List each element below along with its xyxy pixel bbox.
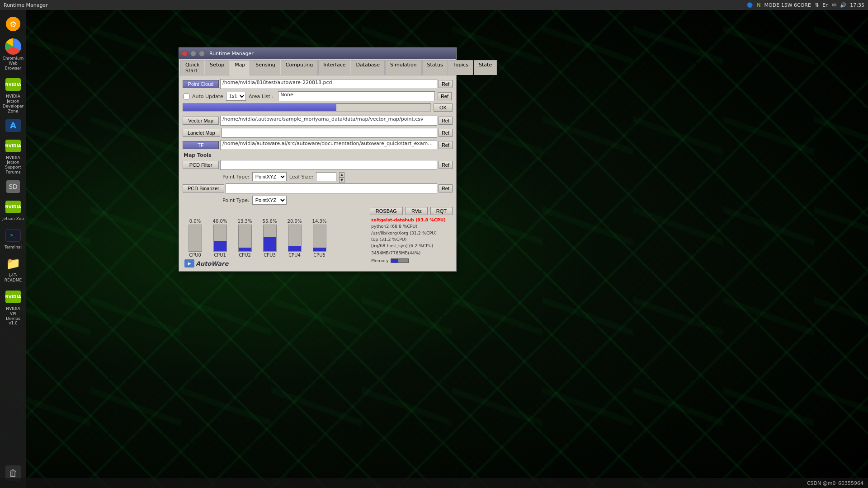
pcd-filter-button[interactable]: PCD Filter: [183, 161, 219, 169]
pcd-binarizer-row: PCD Binarizer Ref: [183, 183, 453, 193]
autoware-logo-text: AutoWare: [196, 260, 228, 267]
cpu-bar-wrap-3: 55.6%CPU3: [257, 219, 282, 258]
tf-row: TF /home/nvidia/autoware.ai/src/autoware…: [183, 140, 453, 150]
memory-bar: [391, 258, 409, 263]
pcd-filter-point-type-select[interactable]: PointXYZ PointXYZI: [252, 172, 287, 181]
cpu-percent-2: 13.3%: [238, 219, 252, 224]
sidebar-item-terminal[interactable]: >_ Terminal: [1, 225, 25, 252]
ok-button[interactable]: OK: [434, 103, 453, 112]
sidebar-item-sd[interactable]: SD: [1, 178, 25, 195]
tab-simulation[interactable]: Simulation: [385, 60, 422, 75]
tf-ref-button[interactable]: Ref: [439, 141, 453, 149]
pcd-binarizer-path[interactable]: [226, 183, 437, 193]
sidebar-item-jetson-dev[interactable]: NVIDIA NVIDIA Jetson Developer Zone: [1, 74, 25, 115]
topbar-icon-indicator: 🔵: [747, 2, 753, 8]
point-cloud-path[interactable]: /home/nvidia/818test/autoware-220818.pcd: [220, 79, 437, 89]
area-list-ref-button[interactable]: Ref: [438, 92, 452, 100]
lanelet-map-button[interactable]: Lanelet Map: [183, 129, 220, 137]
autoware-logo-box: ▶: [184, 259, 194, 267]
cpu-bars: 0.0%CPU040.0%CPU113.3%CPU255.6%CPU320.0%…: [183, 219, 332, 258]
cpu-info-panel: zeitgeist-datahub (93.8 %CPU) python2 (6…: [371, 217, 453, 264]
point-cloud-ref-button[interactable]: Ref: [439, 80, 453, 88]
jetson-support-icon: NVIDIA: [5, 140, 21, 152]
tab-state[interactable]: State: [474, 60, 497, 75]
maximize-button[interactable]: [199, 51, 205, 56]
pcd-filter-ref-button[interactable]: Ref: [439, 161, 453, 169]
tf-path[interactable]: /home/nvidia/autoware.ai/src/autoware/do…: [220, 140, 437, 150]
lanelet-map-ref-button[interactable]: Ref: [439, 129, 453, 137]
rviz-button[interactable]: RViz: [406, 207, 428, 215]
tab-setup[interactable]: Setup: [205, 60, 229, 75]
area-list-label: Area List :: [249, 94, 274, 99]
cpu-process-4: [irq/68-host_syn] (6.2 %CPU): [371, 243, 453, 249]
topbar-nvidia-icon: N: [757, 3, 760, 8]
pcd-filter-row: PCD Filter Ref: [183, 160, 453, 170]
pcd-binarizer-point-type-select[interactable]: PointXYZ PointXYZI: [252, 196, 287, 205]
sidebar-item-jetson-zoo[interactable]: NVIDIA Jetson Zoo: [1, 197, 25, 223]
point-cloud-row: Point Cloud /home/nvidia/818test/autowar…: [183, 79, 453, 89]
runtime-manager-window: Runtime Manager Quick Start Setup Map Se…: [179, 47, 457, 272]
cpu-percent-0: 0.0%: [189, 219, 201, 224]
sidebar-item-l4t[interactable]: 📁 L4T-README: [1, 253, 25, 285]
spin-down-icon[interactable]: ▼: [339, 178, 344, 183]
cpu-percent-4: 20.0%: [288, 219, 302, 224]
tab-computing[interactable]: Computing: [281, 60, 318, 75]
tab-database[interactable]: Database: [351, 60, 385, 75]
jetson-dev-icon: NVIDIA: [5, 78, 21, 91]
leaf-size-spinner[interactable]: ▲ ▼: [339, 172, 344, 181]
sidebar-item-chromium[interactable]: Chromium Web Browser: [1, 36, 25, 72]
pcd-binarizer-point-type-label: Point Type:: [222, 197, 250, 203]
auto-update-checkbox[interactable]: [184, 94, 189, 99]
cpu-percent-5: 14.3%: [312, 219, 327, 224]
cpu-label-1: CPU1: [214, 253, 226, 258]
vector-map-ref-button[interactable]: Ref: [439, 117, 453, 125]
sidebar-item-jetson-zoo-label: Jetson Zoo: [2, 216, 24, 221]
area-list-field[interactable]: None: [278, 91, 435, 101]
autoware-logo-group: ▶ AutoWare: [184, 259, 228, 267]
tab-topics[interactable]: Topics: [448, 60, 473, 75]
vector-map-path[interactable]: /home/nvidia/.autoware/sample_moriyama_d…: [220, 116, 437, 126]
autoware-sidebar-icon: A: [10, 121, 16, 130]
sidebar-item-jetson-support[interactable]: NVIDIA NVIDIA Jetson Support Forums: [1, 136, 25, 177]
tab-interface[interactable]: Interface: [318, 60, 350, 75]
sidebar-item-autoware[interactable]: A: [1, 117, 25, 134]
lanelet-map-path[interactable]: [222, 128, 437, 138]
cpu-process-3: top (31.2 %CPU): [371, 236, 453, 243]
action-buttons-row: ROSBAG RViz RQT: [183, 207, 453, 215]
pcd-filter-point-type-label: Point Type:: [222, 174, 250, 180]
topbar-right: 🔵 N MODE 15W 6CORE ⇅ En ✉ 🔊 17:35: [747, 2, 864, 8]
cpu-percent-3: 55.6%: [263, 219, 277, 224]
cpu-bar-container-5: [313, 225, 326, 252]
pcd-filter-leaf-size-input[interactable]: 0.2: [316, 172, 336, 181]
auto-update-select[interactable]: 1x1 2x2 3x3: [226, 92, 246, 101]
tf-button[interactable]: TF: [183, 141, 219, 149]
lanelet-map-row: Lanelet Map Ref: [183, 128, 453, 138]
tab-map[interactable]: Map: [230, 60, 250, 75]
sidebar-item-settings[interactable]: ⚙: [1, 14, 25, 34]
cpu-bar-wrap-1: 40.0%CPU1: [208, 219, 232, 258]
sidebar-item-vpi-label: NVIDIA VPI Demos v1.0: [2, 306, 24, 326]
sidebar-item-vpi[interactable]: NVIDIA NVIDIA VPI Demos v1.0: [1, 286, 25, 328]
tab-quick-start[interactable]: Quick Start: [180, 60, 204, 75]
pcd-binarizer-button[interactable]: PCD Binarizer: [183, 184, 224, 192]
rqt-button[interactable]: RQT: [430, 207, 453, 215]
pcd-binarizer-ref-button[interactable]: Ref: [439, 184, 453, 192]
topbar-lang: En: [822, 2, 829, 8]
cpu-top-process: zeitgeist-datahub (93.8 %CPU): [371, 217, 453, 223]
spin-up-icon[interactable]: ▲: [339, 172, 344, 178]
map-tools-label: Map Tools: [184, 152, 453, 158]
tab-sensing[interactable]: Sensing: [250, 60, 280, 75]
pcd-filter-path[interactable]: [220, 160, 437, 170]
rosbag-button[interactable]: ROSBAG: [370, 207, 403, 215]
auto-update-row: Auto Update 1x1 2x2 3x3 Area List : None…: [183, 91, 453, 101]
vector-map-button[interactable]: Vector Map: [183, 117, 219, 125]
close-button[interactable]: [182, 51, 188, 56]
point-cloud-button[interactable]: Point Cloud: [183, 80, 219, 88]
cpu-bar-wrap-4: 20.0%CPU4: [282, 219, 307, 258]
cpu-bar-wrap-0: 0.0%CPU0: [183, 219, 208, 258]
cpu-monitor: 0.0%CPU040.0%CPU113.3%CPU255.6%CPU320.0%…: [183, 217, 453, 258]
window-title: Runtime Manager: [209, 51, 254, 56]
tab-status[interactable]: Status: [422, 60, 448, 75]
window-titlebar: Runtime Manager: [179, 48, 456, 59]
minimize-button[interactable]: [190, 51, 196, 56]
